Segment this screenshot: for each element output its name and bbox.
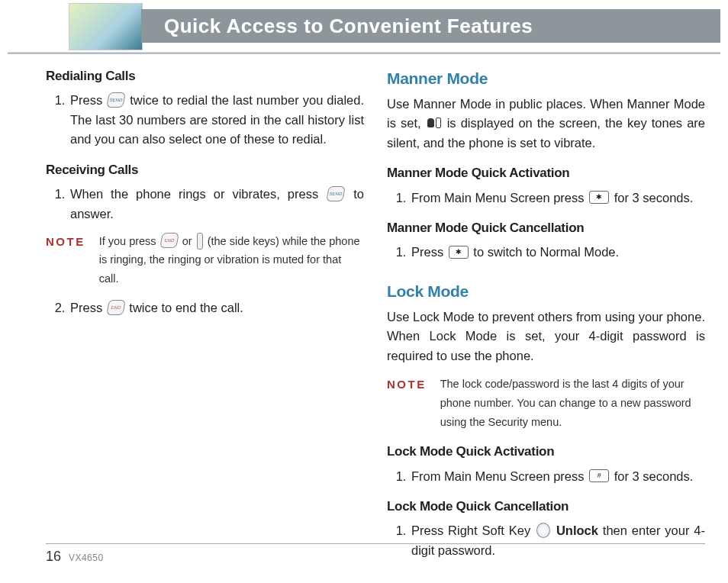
list-item: Press SEND twice to redial the last numb… (69, 91, 364, 150)
star-key-icon: ✱ (449, 246, 469, 259)
page-title: Quick Access to Convenient Features (164, 14, 533, 38)
text-fragment: for 3 seconds. (614, 191, 694, 205)
note-label: NOTE (387, 375, 427, 393)
end-key-icon: END (106, 300, 126, 315)
list-item: Press END twice to end the call. (69, 298, 364, 318)
list-item: Press ✱ to switch to Normal Mode. (410, 243, 705, 263)
right-softkey-icon (536, 523, 550, 538)
send-key-icon: SEND (106, 92, 126, 108)
header-bar: Quick Access to Convenient Features (141, 9, 720, 43)
page-number: 16 (46, 549, 61, 564)
section-title-lock: Lock Mode (387, 279, 705, 304)
subheading-manner-activation: Manner Mode Quick Activation (387, 163, 705, 183)
side-key-icon (197, 233, 203, 250)
end-key-icon: END (159, 233, 179, 248)
page-header: Quick Access to Convenient Features (0, 6, 720, 49)
paragraph: Use Lock Mode to prevent others from usi… (387, 308, 705, 366)
note-text: If you press END or (the side keys) whil… (99, 232, 364, 288)
subheading-lock-cancel: Lock Mode Quick Cancellation (387, 497, 705, 517)
page-footer: 16 VX4650 (46, 543, 705, 565)
text-fragment: If you press (99, 235, 159, 247)
text-fragment: or (182, 235, 195, 247)
text-fragment: When the phone rings or vibrates, press (70, 187, 326, 201)
note-block: NOTE If you press END or (the side keys)… (46, 232, 364, 288)
paragraph: Use Manner Mode in public places. When M… (387, 95, 705, 153)
content-area: Redialing Calls Press SEND twice to redi… (0, 54, 728, 569)
hash-key-icon: # (589, 469, 609, 482)
text-fragment: Press Right Soft Key (411, 523, 535, 537)
right-column: Manner Mode Use Manner Mode in public pl… (387, 66, 705, 569)
subheading-receiving: Receiving Calls (46, 160, 364, 180)
section-title-manner: Manner Mode (387, 66, 705, 92)
text-bold-unlock: Unlock (556, 523, 598, 537)
text-fragment: twice to end the call. (129, 301, 243, 314)
note-text: The lock code/password is the last 4 dig… (440, 375, 705, 431)
subheading-manner-cancel: Manner Mode Quick Cancellation (387, 218, 705, 238)
text-fragment: Press (411, 245, 447, 259)
list-item: From Main Menu Screen press # for 3 seco… (410, 467, 705, 487)
model-number: VX4650 (69, 552, 104, 563)
list-item: From Main Menu Screen press ✱ for 3 seco… (410, 188, 705, 208)
subheading-redialing: Redialing Calls (46, 66, 364, 86)
note-block: NOTE The lock code/password is the last … (387, 375, 705, 431)
subheading-lock-activation: Lock Mode Quick Activation (387, 442, 705, 462)
header-decorative-image (69, 3, 143, 50)
text-fragment: to switch to Normal Mode. (473, 245, 619, 259)
list-item: When the phone rings or vibrates, press … (69, 185, 364, 224)
text-fragment: for 3 seconds. (614, 469, 694, 483)
text-fragment: Press (70, 93, 106, 107)
send-key-icon: SEND (326, 186, 346, 201)
text-fragment: From Main Menu Screen press (411, 191, 588, 205)
star-key-icon: ✱ (589, 191, 609, 204)
left-column: Redialing Calls Press SEND twice to redi… (46, 66, 364, 569)
text-fragment: From Main Menu Screen press (411, 469, 588, 483)
text-fragment: Press (70, 301, 106, 314)
note-label: NOTE (46, 232, 85, 250)
manner-mode-icon (427, 118, 441, 130)
